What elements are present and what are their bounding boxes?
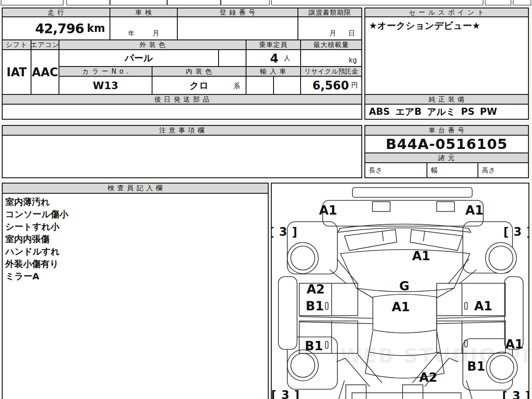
transfer-deadline-header: 譲渡書類期限 — [298, 8, 362, 17]
max-load-value: kg — [301, 50, 362, 66]
registration-header: 登 録 番 号 — [177, 8, 298, 17]
damage-label-A1: A1 — [319, 203, 337, 218]
chassis-value: B44A-0516105 — [365, 135, 528, 153]
dimension-width-cell: 幅 — [427, 163, 478, 178]
mileage-number: 42,796 — [35, 21, 84, 36]
damage-label-A2: A2 — [419, 370, 437, 385]
mileage-unit: km — [87, 22, 105, 35]
headlight-left-shape — [372, 202, 390, 211]
inspector-note-line: コンソール傷小 — [5, 208, 265, 220]
cautions-value — [2, 135, 362, 178]
imported-cell-2 — [274, 76, 301, 94]
front-plate-shape — [352, 188, 472, 197]
damage-label-A2: A2 — [306, 282, 325, 297]
damage-label-B1: B1 — [306, 299, 324, 313]
dimensions-header: 諸 元 — [365, 153, 528, 163]
car-damage-diagram: WEB STUDIO PRO — [271, 183, 529, 399]
exterior-color-header: 外 装 色 — [59, 40, 246, 50]
damage-label-B1: B1 — [467, 359, 485, 374]
cowl-shape — [338, 224, 471, 233]
damage-label-G: G — [399, 279, 410, 293]
damage-label-A1: A1 — [465, 203, 483, 218]
later-parts-value — [2, 104, 362, 119]
registration-value — [177, 17, 298, 40]
aircon-value: AAC — [31, 50, 59, 94]
sliver-cell — [66, 0, 110, 5]
sliver-cell — [485, 0, 511, 5]
shift-header: シフト — [2, 40, 31, 50]
recycle-deposit-value: 6,560 円 — [301, 76, 362, 94]
rear-notch-right — [403, 385, 423, 399]
shift-value: IAT — [2, 50, 31, 94]
inspector-notes: 室内薄汚れ コンソール傷小 シートすれ小 室内内張傷 ハンドルすれ 外装小傷有り… — [2, 193, 268, 399]
rear-bumper-sides — [339, 380, 472, 399]
sliver-cell — [271, 0, 483, 5]
rear-notch-left — [346, 385, 366, 399]
inspection-value: 年 月 — [110, 17, 177, 40]
recycle-deposit-unit: 円 — [351, 81, 358, 90]
imported-header: 輸 入 車 — [246, 66, 301, 76]
rear-left-wheel — [287, 350, 318, 381]
capacity-number: 4 — [270, 51, 278, 65]
sliver-cell — [110, 0, 167, 5]
capacity-value: 4 人 — [246, 50, 301, 66]
recycle-deposit-number: 6,560 — [313, 79, 349, 92]
front-left-wheel — [287, 243, 318, 274]
exterior-color-sub-cell — [219, 50, 246, 66]
transfer-deadline-value: 月 日 — [298, 17, 362, 40]
inspector-note-line: ミラーA — [5, 270, 265, 282]
transfer-month-label: 月 — [329, 29, 336, 38]
mileage-value: 42,796 km — [2, 17, 110, 40]
interior-color-header: 内 装 色 — [152, 66, 246, 76]
exterior-color-value: パール — [59, 50, 219, 66]
capacity-header: 乗車定員 — [246, 40, 301, 50]
recycle-deposit-header: リサイクル預託金 — [301, 66, 362, 76]
interior-color-name: クロ — [190, 79, 209, 92]
inspection-month-label: 月 — [153, 29, 159, 38]
interior-color-suffix: 系 — [234, 82, 240, 90]
dimension-length-cell: 長さ — [365, 163, 427, 178]
inspector-header: 検 査 員 記 入 欄 — [2, 183, 268, 193]
damage-label-A1: A1 — [474, 299, 492, 313]
auction-sheet: 走 行 車 検 登 録 番 号 譲渡書類期限 42,796 km 年 月 月 日… — [0, 0, 532, 399]
tire-mark-3: [ 3 ] — [271, 388, 300, 399]
chassis-header: 車 台 番 号 — [365, 125, 528, 135]
inspector-note-line: シートすれ小 — [5, 220, 265, 233]
inspection-year-label: 年 — [128, 29, 135, 38]
mileage-header: 走 行 — [2, 8, 110, 17]
damage-label-A1: A1 — [412, 249, 430, 263]
door-gap-bands — [299, 317, 505, 324]
wiper-detail-lines — [382, 231, 425, 241]
capacity-unit: 人 — [284, 54, 290, 63]
tire-mark-3: [ 3 ] — [271, 225, 297, 239]
aircon-header: エアコン — [31, 40, 59, 50]
wiper-right-shape — [410, 230, 462, 250]
sliver-cell — [221, 0, 270, 5]
sliver-cell — [1, 0, 63, 5]
inspector-note-line: ハンドルすれ — [5, 245, 265, 258]
genuine-equipment-header: 純 正 装 備 — [365, 94, 528, 104]
cautions-header: 注 意 事 項 欄 — [2, 125, 362, 135]
sales-point-header: セ ー ル ス ポ イ ン ト — [365, 8, 528, 17]
tire-mark-3: [ 3 ] — [504, 225, 529, 239]
headlight-right-shape — [437, 202, 454, 211]
damage-label-A1: A1 — [505, 337, 523, 352]
sliver-cell — [167, 0, 221, 5]
inspector-note-line: 室内内張傷 — [5, 233, 265, 245]
damage-label-A1: A1 — [391, 300, 410, 314]
max-load-unit: kg — [349, 56, 357, 64]
inspector-note-line: 室内薄汚れ — [5, 196, 265, 208]
rear-plate-shape — [352, 393, 461, 399]
inspection-header: 車 検 — [110, 8, 177, 17]
inspector-note-line: 外装小傷有り — [5, 258, 265, 270]
wiper-left-shape — [344, 230, 397, 250]
tire-mark-3: [ 3 ] — [502, 389, 529, 399]
color-no-value: W13 — [59, 76, 152, 94]
front-right-wheel — [485, 243, 516, 274]
imported-cell-1 — [246, 76, 274, 94]
interior-color-value: クロ 系 — [152, 76, 246, 94]
color-no-header: カ ラ ー N o . — [59, 66, 152, 76]
damage-label-B1: B1 — [305, 339, 323, 353]
sales-point-value: ★オークションデビュー★ — [365, 17, 528, 94]
front-bumper-shape — [323, 200, 483, 226]
